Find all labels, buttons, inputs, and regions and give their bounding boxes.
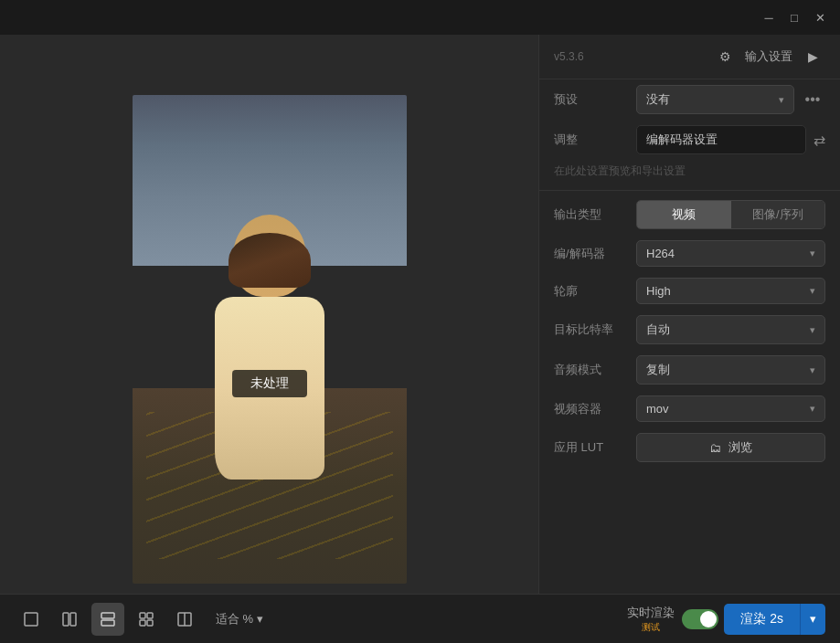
profile-dropdown-arrow: ▾ [810, 285, 815, 297]
realtime-sub-label: 测试 [642, 621, 660, 634]
toolbar-icon-3[interactable] [91, 603, 124, 636]
container-dropdown[interactable]: mov ▾ [636, 395, 825, 422]
single-view-icon [23, 611, 39, 627]
main-container: 未处理 1920×1080px @ 60 FPS v5.3.6 ⚙ 输入设置 ▶… [0, 35, 840, 643]
profile-row: 轮廓 High ▾ [539, 272, 840, 310]
tab-image-sequence[interactable]: 图像/序列 [731, 201, 825, 228]
settings-label: 输入设置 [745, 48, 792, 65]
panel-toggle-button[interactable]: ▶ [800, 44, 825, 69]
svg-rect-1 [63, 613, 69, 626]
svg-rect-2 [70, 613, 76, 626]
panel-topbar: v5.3.6 ⚙ 输入设置 ▶ [539, 35, 840, 79]
bitrate-label: 目标比特率 [554, 322, 636, 338]
unprocessed-label: 未处理 [232, 370, 307, 397]
realtime-toggle[interactable] [682, 609, 718, 629]
version-label: v5.3.6 [554, 50, 584, 63]
adjust-label: 调整 [554, 132, 636, 148]
profile-label: 轮廓 [554, 283, 636, 300]
output-type-tabs: 视频 图像/序列 [636, 200, 825, 229]
fit-dropdown[interactable]: 适合 % ▾ [207, 606, 272, 632]
render-dropdown-button[interactable]: ▾ [801, 604, 825, 635]
profile-value: High ▾ [636, 278, 825, 304]
container-dropdown-arrow: ▾ [810, 403, 815, 415]
compare-icon [176, 611, 193, 627]
svg-rect-0 [25, 613, 37, 626]
container-dropdown-text: mov [646, 402, 810, 416]
bitrate-dropdown-arrow: ▾ [810, 324, 815, 336]
svg-rect-6 [147, 613, 153, 618]
lut-row: 应用 LUT 🗂 浏览 [539, 427, 840, 468]
preset-label: 预设 [554, 91, 636, 108]
container-label: 视频容器 [554, 401, 636, 417]
audio-mode-label: 音频模式 [554, 362, 636, 378]
toolbar-icon-5[interactable] [168, 603, 201, 636]
svg-rect-3 [101, 613, 114, 618]
maximize-button[interactable]: □ [782, 5, 807, 30]
bitrate-dropdown[interactable]: 自动 ▾ [636, 315, 825, 344]
hint-text: 在此处设置预览和导出设置 [539, 160, 840, 186]
lut-browse-label: 浏览 [728, 439, 752, 456]
preset-more-button[interactable]: ••• [800, 87, 825, 112]
fit-label: 适合 % [216, 611, 253, 627]
realtime-render-group: 实时渲染 测试 [627, 605, 718, 634]
audio-mode-value: 复制 ▾ [636, 355, 825, 385]
render-button[interactable]: 渲染 2s [724, 604, 801, 635]
codec-dropdown-text: H264 [646, 247, 810, 260]
minimize-button[interactable]: ─ [756, 5, 782, 30]
preset-arrow-icon: ▾ [779, 94, 784, 106]
bitrate-dropdown-text: 自动 [646, 322, 810, 338]
split-vertical-icon [100, 611, 116, 627]
adjust-value: 编解码器设置 [636, 125, 806, 154]
codec-value: H264 ▾ [636, 240, 825, 267]
codec-dropdown-arrow: ▾ [810, 248, 815, 259]
audio-mode-row: 音频模式 复制 ▾ [539, 350, 840, 390]
split-horizontal-icon [61, 611, 78, 627]
svg-rect-8 [147, 620, 153, 626]
preset-dropdown[interactable]: 没有 ▾ [636, 85, 794, 114]
titlebar: ─ □ ✕ [0, 0, 840, 35]
codec-dropdown[interactable]: H264 ▾ [636, 240, 825, 267]
realtime-labels: 实时渲染 测试 [627, 605, 675, 634]
audio-mode-dropdown-text: 复制 [646, 362, 810, 378]
fit-dropdown-arrow: ▾ [257, 612, 263, 626]
codec-label: 编/解码器 [554, 246, 636, 262]
panel-topbar-actions: ⚙ 输入设置 ▶ [712, 44, 825, 69]
profile-dropdown-text: High [646, 284, 810, 298]
preset-value: 没有 [646, 91, 670, 108]
divider-1 [539, 190, 840, 191]
toggle-knob [700, 611, 717, 627]
bitrate-row: 目标比特率 自动 ▾ [539, 310, 840, 350]
output-type-row: 输出类型 视频 图像/序列 [539, 195, 840, 235]
preview-image-container: 未处理 [133, 95, 407, 584]
tab-video[interactable]: 视频 [637, 201, 731, 228]
photo-background [133, 95, 407, 584]
output-type-label: 输出类型 [554, 206, 636, 223]
close-button[interactable]: ✕ [807, 5, 833, 30]
adjust-row: 调整 编解码器设置 ⇄ [539, 120, 840, 160]
lut-browse-icon: 🗂 [709, 441, 721, 455]
svg-rect-7 [140, 620, 145, 626]
codec-row: 编/解码器 H264 ▾ [539, 235, 840, 272]
bottom-toolbar: 适合 % ▾ 实时渲染 测试 渲染 2s ▾ [0, 594, 840, 643]
render-button-group: 渲染 2s ▾ [724, 604, 825, 635]
preset-row: 预设 没有 ▾ ••• [539, 79, 840, 120]
realtime-label: 实时渲染 [627, 605, 675, 621]
settings-button[interactable]: ⚙ [712, 44, 738, 69]
lut-label: 应用 LUT [554, 439, 636, 456]
toolbar-icon-1[interactable] [15, 603, 48, 636]
audio-mode-dropdown-arrow: ▾ [810, 364, 815, 376]
container-row: 视频容器 mov ▾ [539, 390, 840, 427]
quad-view-icon [138, 611, 154, 627]
svg-rect-4 [101, 620, 114, 626]
toolbar-icon-4[interactable] [130, 603, 163, 636]
toolbar-icon-2[interactable] [53, 603, 86, 636]
lut-browse-button[interactable]: 🗂 浏览 [636, 433, 825, 462]
audio-mode-dropdown[interactable]: 复制 ▾ [636, 355, 825, 385]
preview-area: 未处理 1920×1080px @ 60 FPS [0, 35, 538, 643]
profile-dropdown[interactable]: High ▾ [636, 278, 825, 304]
container-value: mov ▾ [636, 395, 825, 422]
svg-rect-5 [140, 613, 145, 618]
adjust-icon[interactable]: ⇄ [813, 132, 825, 149]
bitrate-value: 自动 ▾ [636, 315, 825, 344]
right-panel: v5.3.6 ⚙ 输入设置 ▶ 预设 没有 ▾ ••• 调整 编解码器设置 ⇄ … [538, 35, 840, 643]
